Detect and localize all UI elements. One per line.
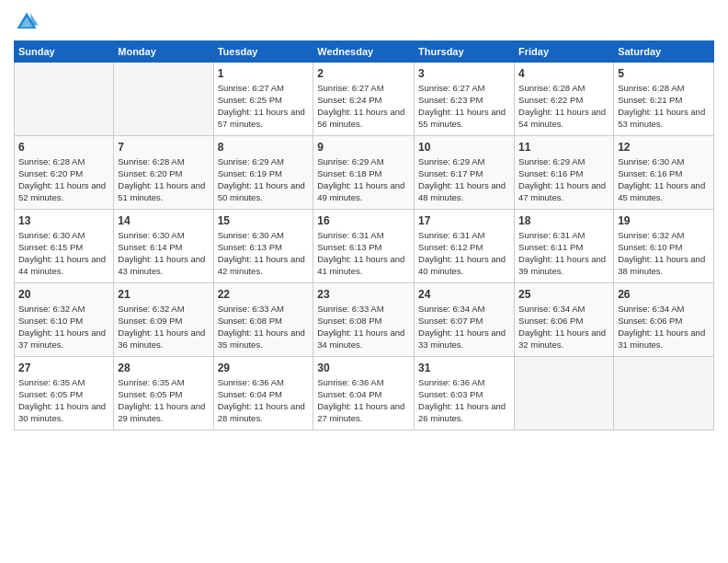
day-info: Sunrise: 6:28 AMSunset: 6:22 PMDaylight:…	[518, 83, 609, 130]
calendar-cell: 4Sunrise: 6:28 AMSunset: 6:22 PMDaylight…	[515, 63, 614, 136]
day-info: Sunrise: 6:31 AMSunset: 6:13 PMDaylight:…	[317, 230, 410, 277]
day-number: 8	[218, 140, 310, 155]
calendar-cell: 3Sunrise: 6:27 AMSunset: 6:23 PMDaylight…	[415, 63, 515, 136]
calendar-cell: 26Sunrise: 6:34 AMSunset: 6:06 PMDayligh…	[614, 283, 714, 357]
col-header-wednesday: Wednesday	[313, 41, 415, 63]
calendar-cell: 14Sunrise: 6:30 AMSunset: 6:14 PMDayligh…	[114, 210, 213, 283]
day-number: 10	[418, 140, 510, 155]
day-info: Sunrise: 6:30 AMSunset: 6:15 PMDaylight:…	[18, 230, 109, 277]
calendar-cell: 12Sunrise: 6:30 AMSunset: 6:16 PMDayligh…	[614, 136, 714, 210]
day-info: Sunrise: 6:30 AMSunset: 6:13 PMDaylight:…	[218, 230, 310, 277]
day-info: Sunrise: 6:31 AMSunset: 6:12 PMDaylight:…	[418, 230, 510, 277]
calendar-cell: 22Sunrise: 6:33 AMSunset: 6:08 PMDayligh…	[213, 283, 313, 357]
calendar-cell: 23Sunrise: 6:33 AMSunset: 6:08 PMDayligh…	[313, 283, 415, 357]
day-number: 2	[317, 66, 410, 81]
calendar-cell: 17Sunrise: 6:31 AMSunset: 6:12 PMDayligh…	[415, 210, 515, 283]
calendar-cell: 27Sunrise: 6:35 AMSunset: 6:05 PMDayligh…	[15, 357, 114, 431]
calendar-cell: 13Sunrise: 6:30 AMSunset: 6:15 PMDayligh…	[15, 210, 114, 283]
day-number: 21	[118, 287, 209, 302]
calendar-cell: 7Sunrise: 6:28 AMSunset: 6:20 PMDaylight…	[114, 136, 213, 210]
day-number: 3	[418, 66, 510, 81]
logo	[14, 9, 43, 35]
day-number: 14	[118, 213, 209, 228]
logo-icon	[14, 9, 40, 35]
day-number: 25	[518, 287, 609, 302]
calendar-cell: 1Sunrise: 6:27 AMSunset: 6:25 PMDaylight…	[213, 63, 313, 136]
calendar-table: SundayMondayTuesdayWednesdayThursdayFrid…	[14, 40, 714, 431]
page: SundayMondayTuesdayWednesdayThursdayFrid…	[0, 0, 728, 563]
header	[14, 9, 714, 35]
col-header-friday: Friday	[515, 41, 614, 63]
day-number: 16	[317, 213, 410, 228]
day-info: Sunrise: 6:34 AMSunset: 6:06 PMDaylight:…	[618, 304, 710, 350]
day-info: Sunrise: 6:30 AMSunset: 6:14 PMDaylight:…	[118, 230, 209, 277]
day-info: Sunrise: 6:33 AMSunset: 6:08 PMDaylight:…	[317, 304, 410, 350]
col-header-monday: Monday	[114, 41, 213, 63]
day-number: 12	[618, 140, 710, 155]
day-info: Sunrise: 6:28 AMSunset: 6:20 PMDaylight:…	[18, 156, 109, 203]
day-number: 30	[317, 361, 410, 375]
col-header-saturday: Saturday	[614, 41, 714, 63]
calendar-cell: 16Sunrise: 6:31 AMSunset: 6:13 PMDayligh…	[313, 210, 415, 283]
day-number: 19	[618, 213, 710, 228]
day-number: 5	[618, 66, 710, 81]
calendar-cell	[515, 357, 614, 431]
calendar-cell: 28Sunrise: 6:35 AMSunset: 6:05 PMDayligh…	[114, 357, 213, 431]
calendar-cell: 19Sunrise: 6:32 AMSunset: 6:10 PMDayligh…	[614, 210, 714, 283]
day-info: Sunrise: 6:31 AMSunset: 6:11 PMDaylight:…	[518, 230, 609, 277]
day-info: Sunrise: 6:27 AMSunset: 6:23 PMDaylight:…	[418, 83, 510, 130]
day-number: 29	[218, 361, 310, 375]
day-info: Sunrise: 6:29 AMSunset: 6:19 PMDaylight:…	[218, 156, 310, 203]
day-number: 31	[418, 361, 510, 375]
day-info: Sunrise: 6:32 AMSunset: 6:10 PMDaylight:…	[18, 304, 109, 350]
day-info: Sunrise: 6:29 AMSunset: 6:18 PMDaylight:…	[317, 156, 410, 203]
calendar-cell: 31Sunrise: 6:36 AMSunset: 6:03 PMDayligh…	[415, 357, 515, 431]
calendar-cell	[614, 357, 714, 431]
calendar-cell	[15, 63, 114, 136]
day-number: 4	[518, 66, 609, 81]
calendar-cell: 5Sunrise: 6:28 AMSunset: 6:21 PMDaylight…	[614, 63, 714, 136]
week-row-1: 6Sunrise: 6:28 AMSunset: 6:20 PMDaylight…	[15, 136, 714, 210]
calendar-cell: 6Sunrise: 6:28 AMSunset: 6:20 PMDaylight…	[15, 136, 114, 210]
day-info: Sunrise: 6:35 AMSunset: 6:05 PMDaylight:…	[18, 377, 109, 424]
day-number: 26	[618, 287, 710, 302]
day-info: Sunrise: 6:35 AMSunset: 6:05 PMDaylight:…	[118, 377, 209, 424]
col-header-thursday: Thursday	[415, 41, 515, 63]
calendar-cell: 25Sunrise: 6:34 AMSunset: 6:06 PMDayligh…	[515, 283, 614, 357]
day-number: 18	[518, 213, 609, 228]
day-info: Sunrise: 6:36 AMSunset: 6:04 PMDaylight:…	[317, 377, 410, 424]
day-info: Sunrise: 6:34 AMSunset: 6:06 PMDaylight:…	[518, 304, 609, 350]
col-header-tuesday: Tuesday	[213, 41, 313, 63]
day-info: Sunrise: 6:36 AMSunset: 6:03 PMDaylight:…	[418, 377, 510, 424]
week-row-2: 13Sunrise: 6:30 AMSunset: 6:15 PMDayligh…	[15, 210, 714, 283]
calendar-cell: 9Sunrise: 6:29 AMSunset: 6:18 PMDaylight…	[313, 136, 415, 210]
calendar-cell: 10Sunrise: 6:29 AMSunset: 6:17 PMDayligh…	[415, 136, 515, 210]
day-number: 1	[218, 66, 310, 81]
day-info: Sunrise: 6:33 AMSunset: 6:08 PMDaylight:…	[218, 304, 310, 350]
week-row-3: 20Sunrise: 6:32 AMSunset: 6:10 PMDayligh…	[15, 283, 714, 357]
day-number: 11	[518, 140, 609, 155]
day-info: Sunrise: 6:28 AMSunset: 6:21 PMDaylight:…	[618, 83, 710, 130]
week-row-4: 27Sunrise: 6:35 AMSunset: 6:05 PMDayligh…	[15, 357, 714, 431]
day-info: Sunrise: 6:29 AMSunset: 6:17 PMDaylight:…	[418, 156, 510, 203]
calendar-cell: 11Sunrise: 6:29 AMSunset: 6:16 PMDayligh…	[515, 136, 614, 210]
day-number: 9	[317, 140, 410, 155]
calendar-cell: 8Sunrise: 6:29 AMSunset: 6:19 PMDaylight…	[213, 136, 313, 210]
day-number: 20	[18, 287, 109, 302]
calendar-cell: 30Sunrise: 6:36 AMSunset: 6:04 PMDayligh…	[313, 357, 415, 431]
day-info: Sunrise: 6:29 AMSunset: 6:16 PMDaylight:…	[518, 156, 609, 203]
day-number: 27	[18, 361, 109, 375]
day-number: 23	[317, 287, 410, 302]
week-row-0: 1Sunrise: 6:27 AMSunset: 6:25 PMDaylight…	[15, 63, 714, 136]
calendar-cell: 15Sunrise: 6:30 AMSunset: 6:13 PMDayligh…	[213, 210, 313, 283]
day-number: 6	[18, 140, 109, 155]
calendar-cell: 29Sunrise: 6:36 AMSunset: 6:04 PMDayligh…	[213, 357, 313, 431]
day-info: Sunrise: 6:28 AMSunset: 6:20 PMDaylight:…	[118, 156, 209, 203]
day-info: Sunrise: 6:27 AMSunset: 6:25 PMDaylight:…	[218, 83, 310, 130]
day-number: 17	[418, 213, 510, 228]
day-info: Sunrise: 6:36 AMSunset: 6:04 PMDaylight:…	[218, 377, 310, 424]
day-info: Sunrise: 6:32 AMSunset: 6:09 PMDaylight:…	[118, 304, 209, 350]
day-number: 15	[218, 213, 310, 228]
calendar-cell	[114, 63, 213, 136]
calendar-cell: 2Sunrise: 6:27 AMSunset: 6:24 PMDaylight…	[313, 63, 415, 136]
